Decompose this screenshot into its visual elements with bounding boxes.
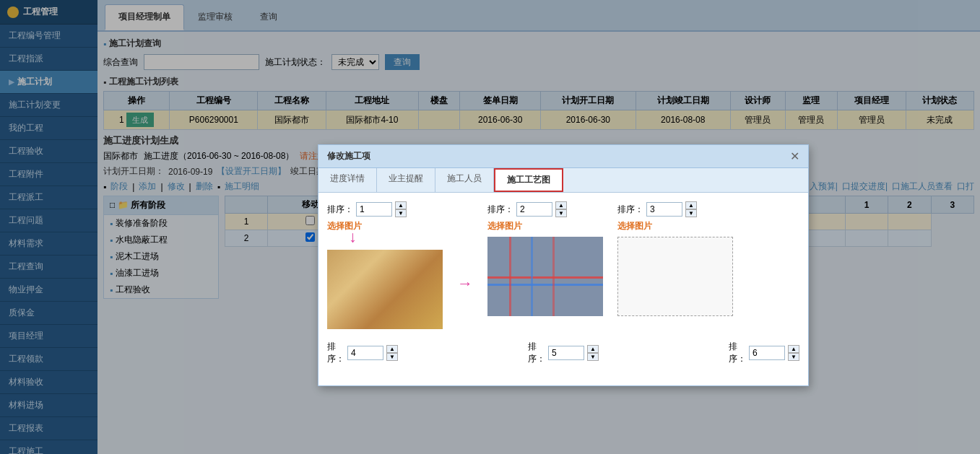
seq-spinner-2[interactable]: ▲ ▼ xyxy=(555,201,567,217)
image-slot-6: 排序： ▲ ▼ xyxy=(729,341,799,365)
seq-down-6[interactable]: ▼ xyxy=(788,353,799,361)
seq-down-1[interactable]: ▼ xyxy=(395,209,407,217)
seq-spinner-5[interactable]: ▲ ▼ xyxy=(587,345,599,361)
modal-body: 排序： ▲ ▼ 选择图片 ↑ → xyxy=(318,193,808,385)
seq-row-6: 排序： ▲ ▼ xyxy=(729,341,799,365)
seq-input-2[interactable] xyxy=(516,202,552,217)
arrow-between: → xyxy=(457,201,473,329)
modal-close-button[interactable]: ✕ xyxy=(790,149,799,163)
image-slot-4: 排序： ▲ ▼ xyxy=(327,341,398,365)
svg-rect-5 xyxy=(552,237,555,316)
seq-input-6[interactable] xyxy=(749,346,785,360)
svg-rect-1 xyxy=(487,276,603,279)
pink-arrow-icon: → xyxy=(457,274,473,293)
seq-label-1: 排序： xyxy=(327,204,353,216)
seq-input-3[interactable] xyxy=(646,202,682,217)
image-row-1: 排序： ▲ ▼ 选择图片 ↑ → xyxy=(327,201,799,329)
image-slot-3: 排序： ▲ ▼ 选择图片 xyxy=(617,201,733,329)
seq-input-4[interactable] xyxy=(347,346,383,360)
seq-row-4: 排序： ▲ ▼ xyxy=(327,341,398,365)
modal-tab-owner[interactable]: 业主提醒 xyxy=(377,168,435,192)
select-image-btn-2[interactable]: 选择图片 xyxy=(487,220,522,232)
seq-up-4[interactable]: ▲ xyxy=(386,345,398,353)
arrow-indicator-1: ↑ xyxy=(349,230,357,248)
modal-edit-task: 修改施工项 ✕ 进度详情 业主提醒 施工人员 施工工艺图 排序 xyxy=(318,144,809,386)
seq-down-5[interactable]: ▼ xyxy=(587,353,599,361)
seq-up-6[interactable]: ▲ xyxy=(788,345,799,353)
modal-tabs: 进度详情 业主提醒 施工人员 施工工艺图 xyxy=(318,168,808,193)
seq-row-2: 排序： ▲ ▼ xyxy=(487,201,567,217)
image-row-2: 排序： ▲ ▼ 排序： ▲ ▼ xyxy=(327,341,799,365)
seq-label-6: 排序： xyxy=(729,341,746,365)
image-placeholder-3 xyxy=(617,237,733,316)
seq-up-1[interactable]: ▲ xyxy=(395,201,407,209)
seq-spinner-3[interactable]: ▲ ▼ xyxy=(685,201,697,217)
spacer-5 xyxy=(613,341,714,365)
select-image-btn-3[interactable]: 选择图片 xyxy=(617,220,652,232)
seq-down-4[interactable]: ▼ xyxy=(386,353,398,361)
seq-row-1: 排序： ▲ ▼ xyxy=(327,201,407,217)
modal-header: 修改施工项 ✕ xyxy=(318,145,808,168)
seq-spinner-6[interactable]: ▲ ▼ xyxy=(788,345,799,361)
image-slot-5: 排序： ▲ ▼ xyxy=(528,341,599,365)
image-slot-2: 排序： ▲ ▼ 选择图片 xyxy=(487,201,603,329)
seq-input-1[interactable] xyxy=(356,202,392,217)
svg-rect-2 xyxy=(487,284,603,286)
svg-rect-4 xyxy=(531,237,533,316)
seq-row-5: 排序： ▲ ▼ xyxy=(528,341,599,365)
modal-tab-workers[interactable]: 施工人员 xyxy=(435,168,494,192)
seq-input-5[interactable] xyxy=(548,346,584,360)
seq-spinner-4[interactable]: ▲ ▼ xyxy=(386,345,398,361)
image-slot-1: 排序： ▲ ▼ 选择图片 ↑ xyxy=(327,201,443,329)
seq-label-4: 排序： xyxy=(327,341,344,365)
modal-tab-progress[interactable]: 进度详情 xyxy=(318,168,377,192)
modal-overlay[interactable]: 修改施工项 ✕ 进度详情 业主提醒 施工人员 施工工艺图 排序 xyxy=(0,0,980,454)
modal-title: 修改施工项 xyxy=(327,150,370,162)
seq-up-2[interactable]: ▲ xyxy=(555,201,567,209)
seq-label-5: 排序： xyxy=(528,341,545,365)
image-preview-2 xyxy=(487,237,603,316)
seq-up-3[interactable]: ▲ xyxy=(685,201,697,209)
image-preview-1 xyxy=(327,250,443,329)
seq-spinner-1[interactable]: ▲ ▼ xyxy=(395,201,407,217)
seq-row-3: 排序： ▲ ▼ xyxy=(617,201,697,217)
seq-up-5[interactable]: ▲ xyxy=(587,345,599,353)
seq-label-2: 排序： xyxy=(487,204,513,216)
seq-down-3[interactable]: ▼ xyxy=(685,209,697,217)
modal-tab-craft[interactable]: 施工工艺图 xyxy=(494,168,563,192)
seq-down-2[interactable]: ▼ xyxy=(555,209,567,217)
seq-label-3: 排序： xyxy=(617,204,643,216)
svg-rect-3 xyxy=(509,237,511,316)
spacer-4 xyxy=(412,341,513,365)
